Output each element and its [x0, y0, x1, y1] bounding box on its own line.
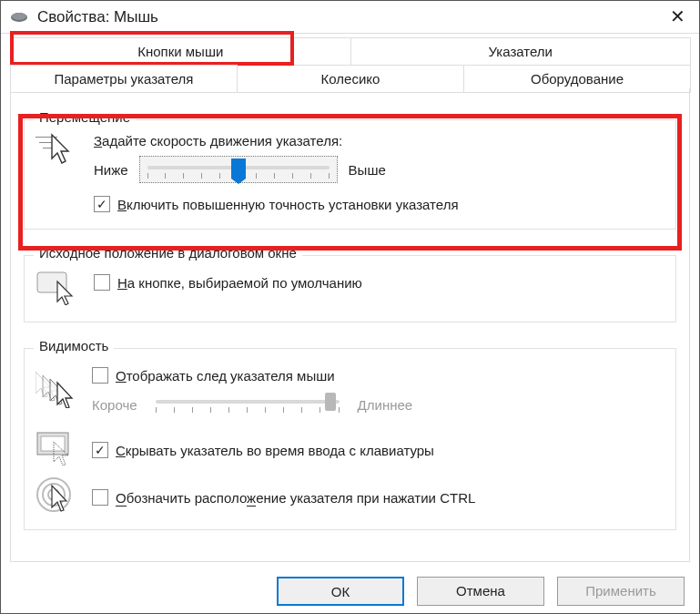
movement-fieldset: Перемещение Задайте скорость движения ук… — [24, 119, 676, 230]
precision-checkbox[interactable]: ✓ — [94, 196, 110, 212]
tab-pointers[interactable]: Указатели — [350, 37, 692, 65]
snap-icon — [36, 269, 79, 305]
slider-high-label: Выше — [349, 162, 386, 178]
visibility-fieldset: Видимость Отображать след указателя мыши — [24, 348, 676, 530]
locate-checkbox[interactable] — [92, 489, 108, 506]
snap-legend: Исходное положение в диалоговом окне — [34, 245, 302, 261]
speed-slider-thumb[interactable] — [231, 159, 246, 179]
precision-label: Включить повышенную точность установки у… — [117, 197, 459, 212]
snap-label: На кнопке, выбираемой по умолчанию — [117, 275, 362, 291]
snap-checkbox[interactable] — [94, 274, 110, 291]
tab-buttons[interactable]: Кнопки мыши — [10, 37, 351, 65]
tabs-row-1: Кнопки мыши Указатели — [10, 37, 690, 65]
dialog-buttons: ОК Отмена Применить — [1, 577, 699, 606]
pointer-speed-icon — [36, 133, 79, 168]
mouse-icon — [10, 11, 28, 24]
mouse-properties-window: Свойства: Мышь ✕ Кнопки мыши Указатели П… — [0, 0, 700, 614]
visibility-legend: Видимость — [34, 338, 114, 353]
tab-content: Перемещение Задайте скорость движения ук… — [10, 88, 690, 562]
ok-button[interactable]: ОК — [277, 577, 404, 606]
pointer-trail-icon — [36, 372, 79, 408]
cancel-button[interactable]: Отмена — [417, 577, 544, 606]
trail-high-label: Длиннее — [358, 397, 413, 413]
trail-label: Отображать след указателя мыши — [116, 368, 335, 384]
slider-low-label: Ниже — [94, 162, 128, 178]
hide-pointer-icon — [36, 429, 79, 466]
svg-rect-7 — [41, 436, 65, 451]
speed-label: Задайте скорость движения указателя: — [94, 133, 664, 148]
trail-checkbox[interactable] — [92, 367, 108, 384]
hide-label: Скрывать указатель во время ввода с клав… — [116, 443, 434, 458]
close-button[interactable]: ✕ — [664, 5, 690, 30]
trail-slider-thumb — [325, 393, 336, 411]
locate-label: Обозначить расположение указателя при на… — [116, 490, 475, 506]
window-title: Свойства: Мышь — [37, 8, 664, 26]
svg-point-1 — [12, 13, 26, 20]
movement-legend: Перемещение — [34, 109, 136, 125]
speed-slider[interactable] — [139, 156, 338, 183]
hide-checkbox[interactable]: ✓ — [92, 442, 108, 458]
trail-low-label: Короче — [92, 397, 137, 413]
snap-fieldset: Исходное положение в диалоговом окне На … — [24, 255, 676, 322]
titlebar: Свойства: Мышь ✕ — [1, 1, 699, 34]
tab-pointer-options[interactable]: Параметры указателя — [10, 65, 238, 93]
locate-pointer-icon — [36, 476, 79, 513]
trail-slider — [148, 391, 347, 418]
apply-button: Применить — [557, 577, 685, 606]
